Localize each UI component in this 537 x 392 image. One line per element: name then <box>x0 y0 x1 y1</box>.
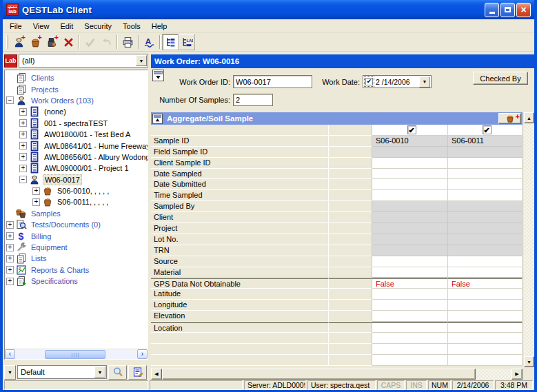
lab-button[interactable]: Lab <box>4 54 17 68</box>
filter-combobox[interactable]: (all) <box>19 54 148 68</box>
expand-toggle[interactable] <box>19 165 27 172</box>
sidebar-horizontal-scrollbar[interactable]: ‹ › <box>5 349 148 359</box>
tree-item-equipment[interactable]: Equipment <box>6 242 148 253</box>
menu-security[interactable]: Security <box>79 21 117 32</box>
scroll-up-icon[interactable] <box>524 112 534 123</box>
expand-toggle[interactable] <box>6 244 14 251</box>
tree-item-samples[interactable]: Samples <box>6 208 148 219</box>
search-button[interactable] <box>108 365 127 380</box>
scroll-left-icon[interactable]: ‹ <box>5 349 15 359</box>
work-order-icon <box>29 129 40 140</box>
tree-view-icon <box>165 37 176 48</box>
expand-toggle[interactable] <box>32 187 40 195</box>
new-test-button[interactable]: + <box>43 34 60 50</box>
menu-file[interactable]: File <box>4 21 28 32</box>
expand-toggle[interactable] <box>19 119 27 127</box>
scrollbar-thumb[interactable] <box>162 369 476 380</box>
toolbar-separator <box>79 35 79 49</box>
table-vertical-scrollbar[interactable] <box>524 112 534 367</box>
expand-toggle[interactable] <box>6 255 14 262</box>
undo-button[interactable] <box>98 34 114 50</box>
checked-by-button[interactable]: Checked By <box>473 72 528 85</box>
menu-help[interactable]: Help <box>146 21 173 32</box>
tree-item-work-order[interactable]: AWL08656/01 - Albury Wodong: <box>19 152 148 163</box>
dollar-icon <box>16 231 27 242</box>
tree-item-tests-documents[interactable]: Tests/Documents (0) <box>6 219 148 230</box>
expand-toggle[interactable] <box>32 198 40 206</box>
collapse-toggle[interactable] <box>19 176 27 183</box>
work-order-id-input[interactable] <box>233 75 312 88</box>
table-horizontal-scrollbar[interactable] <box>151 369 523 380</box>
chevron-down-icon[interactable] <box>136 55 147 66</box>
printer-icon <box>122 37 134 48</box>
tree-item-specifications[interactable]: Specifications <box>6 276 148 287</box>
preset-menu-button[interactable] <box>4 365 16 380</box>
tree-item-work-order[interactable]: 001 - spectraTEST <box>19 118 148 129</box>
tree-item-none[interactable]: (none) <box>19 106 148 117</box>
filter-value: (all) <box>19 56 135 65</box>
chevron-down-icon[interactable] <box>419 76 430 87</box>
tree-item-sample[interactable]: S06-0010, , , , , <box>32 185 148 196</box>
scrollbar-thumb[interactable] <box>45 350 105 359</box>
expand-section-button[interactable] <box>152 114 163 124</box>
tree-item-work-order[interactable]: AWL08641/01 - Hume Freeway <box>19 140 148 151</box>
scrollbar-track[interactable] <box>524 123 534 356</box>
minimize-button[interactable] <box>485 3 499 17</box>
tree-lab-view-button[interactable] <box>179 34 195 50</box>
num-samples-input[interactable] <box>233 94 273 106</box>
tree-item-sample[interactable]: S06-0011, , , , , <box>32 196 148 207</box>
table-row: Longitude <box>151 300 523 311</box>
expand-toggle[interactable] <box>6 278 14 285</box>
person-icon <box>16 95 27 106</box>
preset-combobox[interactable]: Default <box>17 365 107 379</box>
scroll-right-icon[interactable]: › <box>137 349 148 359</box>
expand-toggle[interactable] <box>6 221 14 229</box>
work-date-picker[interactable]: 2 /14/2006 <box>363 75 432 88</box>
checkmark-icon <box>84 37 96 48</box>
menu-edit[interactable]: Edit <box>54 21 79 32</box>
new-sample-button[interactable]: + <box>27 34 43 50</box>
tree-item-work-order[interactable]: AW01800/01 - Test Bed A <box>19 129 148 140</box>
menu-view[interactable]: View <box>28 21 55 32</box>
chevron-down-icon[interactable] <box>94 367 105 378</box>
tree-item-clients[interactable]: Clients <box>6 72 148 83</box>
expand-toggle[interactable] <box>19 142 27 149</box>
plus-badge-icon: + <box>516 114 520 120</box>
expand-toggle[interactable] <box>19 108 27 116</box>
sample2-checkbox[interactable] <box>483 125 492 134</box>
maximize-button[interactable] <box>500 3 515 17</box>
add-sample-button[interactable]: + <box>498 113 521 124</box>
new-work-order-button[interactable]: + <box>10 34 27 50</box>
expand-toggle[interactable] <box>19 153 27 161</box>
expand-toggle[interactable] <box>19 131 27 138</box>
edit-notes-button[interactable] <box>128 365 147 380</box>
signature-button[interactable] <box>141 34 157 50</box>
tree-item-projects[interactable]: Projects <box>6 83 148 94</box>
expand-toggle[interactable] <box>6 266 14 274</box>
tree-item-work-orders[interactable]: Work Orders (103) <box>6 95 148 106</box>
tree-view-button[interactable] <box>162 34 179 50</box>
tree-item-work-order[interactable]: AWL09000/01 - Project 1 <box>19 163 148 174</box>
work-order-icon <box>29 141 40 152</box>
sample1-checkbox[interactable] <box>407 125 416 134</box>
print-button[interactable] <box>119 34 136 50</box>
collapse-toggle[interactable] <box>6 96 14 104</box>
work-date-checkbox[interactable] <box>365 78 373 85</box>
delete-button[interactable] <box>60 34 77 50</box>
tree-item-lists[interactable]: Lists <box>6 253 148 264</box>
scroll-down-icon[interactable] <box>524 356 534 367</box>
menu-tools[interactable]: Tools <box>117 21 146 32</box>
tree-item-billing[interactable]: Billing <box>6 230 148 241</box>
expand-toggle[interactable] <box>6 232 14 240</box>
expand-icon <box>153 114 162 123</box>
table-row: Source <box>151 256 523 267</box>
tree-item-w06-0017-selected[interactable]: W06-0017 <box>19 174 148 185</box>
table-row: Field Sample ID <box>151 147 523 158</box>
scroll-left-icon[interactable] <box>151 369 162 380</box>
tree-panel: Clients Projects Work Orders (103) (none… <box>4 70 148 360</box>
toolbar-grip[interactable] <box>6 35 8 49</box>
apply-button[interactable] <box>81 34 98 50</box>
tree-item-reports-charts[interactable]: Reports & Charts <box>6 265 148 276</box>
close-button[interactable]: × <box>516 3 531 17</box>
scroll-right-icon[interactable] <box>511 369 523 380</box>
